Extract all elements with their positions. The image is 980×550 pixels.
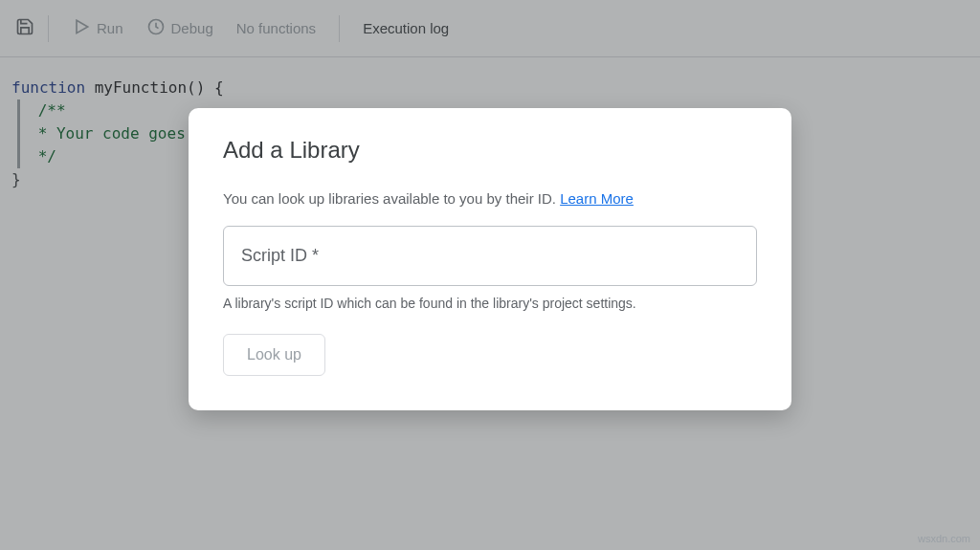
add-library-dialog: Add a Library You can look up libraries … [189,108,791,410]
dialog-description: You can look up libraries available to y… [223,190,757,207]
watermark: wsxdn.com [918,533,970,544]
script-id-placeholder: Script ID * [241,246,319,265]
lookup-button[interactable]: Look up [223,334,325,376]
script-id-input[interactable]: Script ID * [223,226,757,286]
learn-more-link[interactable]: Learn More [560,190,634,207]
input-helper-text: A library's script ID which can be found… [223,296,757,311]
modal-overlay: Add a Library You can look up libraries … [0,0,980,550]
dialog-title: Add a Library [223,137,757,164]
